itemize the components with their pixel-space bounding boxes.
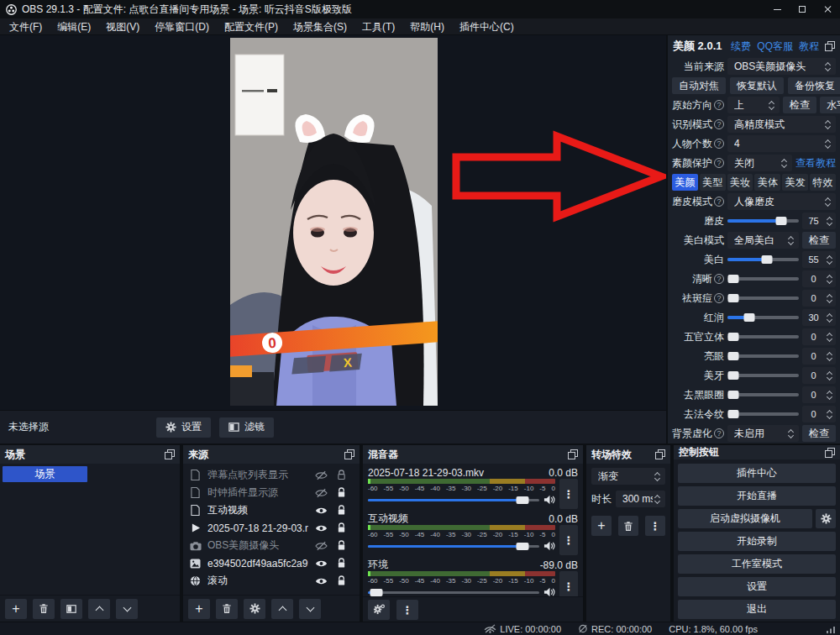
menu-item[interactable]: 编辑(E)	[50, 18, 98, 35]
orientation-check-button[interactable]: 检查	[783, 97, 816, 113]
settings-button[interactable]: 设置	[678, 577, 836, 596]
close-button[interactable]	[815, 0, 840, 18]
duration-stepper[interactable]: 300 ms	[616, 491, 665, 507]
smooth-slider[interactable]	[727, 213, 799, 229]
source-row[interactable]: 2025-07-18 21-29-03.mkv	[183, 519, 360, 537]
bareface-protect-select[interactable]: 关闭	[727, 155, 792, 171]
channel-menu-button[interactable]	[559, 525, 578, 555]
restore-default-button[interactable]: 恢复默认	[730, 77, 784, 94]
teeth-slider[interactable]	[727, 367, 799, 384]
recognition-select[interactable]: 高精度模式	[727, 116, 836, 133]
transition-menu-button[interactable]	[645, 516, 665, 536]
renew-link[interactable]: 续费	[731, 39, 751, 54]
start-virtual-camera-button[interactable]: 启动虚拟摄像机	[678, 509, 812, 528]
speaker-icon[interactable]	[543, 541, 555, 551]
menu-item[interactable]: 帮助(H)	[402, 18, 452, 35]
beauty-tab[interactable]: 美颜	[672, 174, 698, 191]
menu-item[interactable]: 插件中心(C)	[452, 18, 522, 35]
remove-source-button[interactable]	[216, 599, 238, 619]
visibility-toggle[interactable]	[314, 576, 328, 586]
add-scene-button[interactable]	[5, 599, 27, 619]
visibility-toggle[interactable]	[314, 541, 328, 551]
face3d-slider[interactable]	[727, 328, 799, 345]
remove-scene-button[interactable]	[33, 599, 55, 619]
rosy-value[interactable]: 30	[802, 309, 836, 326]
advanced-audio-button[interactable]	[368, 600, 390, 620]
lock-toggle[interactable]	[334, 522, 349, 533]
transition-type-select[interactable]: 渐变	[591, 468, 665, 485]
whiten-mode-select[interactable]: 全局美白	[727, 232, 799, 249]
source-row[interactable]: e394502df49aa5fc2a99cd2e7c	[183, 554, 360, 572]
channel-menu-button[interactable]	[559, 479, 578, 509]
volume-slider[interactable]	[368, 540, 539, 552]
nasolabial-value[interactable]: 0	[802, 406, 836, 422]
maximize-button[interactable]	[790, 0, 815, 18]
source-row[interactable]: 滚动	[183, 572, 360, 590]
scene-filters-button[interactable]	[60, 599, 82, 619]
autofocus-button[interactable]: 自动对焦	[672, 77, 726, 94]
minimize-button[interactable]	[764, 0, 790, 18]
visibility-toggle[interactable]	[314, 506, 328, 516]
volume-slider[interactable]	[368, 586, 539, 597]
help-icon[interactable]	[714, 139, 724, 149]
hflip-button[interactable]: 水平翻转	[820, 97, 840, 113]
menu-item[interactable]: 配置文件(P)	[217, 18, 286, 35]
bg-blur-select[interactable]: 未启用	[727, 425, 799, 442]
nasolabial-slider[interactable]	[727, 406, 799, 422]
help-icon[interactable]	[714, 274, 724, 284]
lock-toggle[interactable]	[334, 505, 349, 516]
lock-toggle[interactable]	[334, 487, 349, 498]
start-streaming-button[interactable]: 开始直播	[678, 486, 836, 506]
source-properties-button[interactable]	[244, 599, 265, 619]
help-icon[interactable]	[714, 428, 724, 438]
source-row[interactable]: OBS美颜摄像头	[183, 537, 360, 554]
dark-circle-value[interactable]: 0	[802, 386, 836, 403]
clarity-slider[interactable]	[727, 270, 799, 287]
rosy-slider[interactable]	[727, 309, 799, 326]
menu-item[interactable]: 场景集合(S)	[286, 18, 354, 35]
menu-item[interactable]: 文件(F)	[2, 18, 50, 35]
source-row[interactable]: 互动视频	[183, 501, 360, 519]
preview-area[interactable]: 0 X	[0, 35, 666, 410]
beauty-tab[interactable]: 美发	[782, 174, 808, 191]
popout-icon[interactable]	[825, 41, 835, 51]
plugin-center-button[interactable]: 插件中心	[678, 464, 836, 483]
dark-circle-slider[interactable]	[727, 386, 799, 403]
source-settings-button[interactable]: 设置	[156, 417, 211, 438]
whiten-slider[interactable]	[727, 251, 799, 268]
popout-icon[interactable]	[568, 449, 578, 459]
lock-toggle[interactable]	[334, 470, 349, 480]
popout-icon[interactable]	[165, 449, 175, 459]
remove-transition-button[interactable]	[618, 516, 638, 536]
orientation-select[interactable]: 上	[727, 97, 780, 113]
beauty-tab[interactable]: 特效	[810, 174, 836, 191]
backup-restore-button[interactable]: 备份恢复	[788, 77, 840, 94]
start-recording-button[interactable]: 开始录制	[678, 532, 836, 551]
source-row[interactable]: 弹幕点歌列表显示	[183, 466, 360, 484]
qq-support-link[interactable]: QQ客服	[757, 39, 793, 54]
brighten-eyes-slider[interactable]	[727, 348, 799, 365]
source-move-down-button[interactable]	[299, 599, 321, 619]
visibility-toggle[interactable]	[314, 523, 328, 533]
lock-toggle[interactable]	[334, 540, 349, 551]
teeth-value[interactable]: 0	[802, 367, 836, 384]
popout-icon[interactable]	[655, 449, 665, 459]
tutorial-link[interactable]: 教程	[799, 39, 819, 54]
source-row[interactable]: 时钟插件显示源	[183, 484, 360, 501]
bg-blur-check-button[interactable]: 检查	[802, 425, 836, 442]
brighten-eyes-value[interactable]: 0	[802, 348, 836, 365]
whiten-check-button[interactable]: 检查	[802, 232, 836, 249]
smooth-mode-select[interactable]: 人像磨皮	[727, 193, 836, 210]
add-transition-button[interactable]	[591, 516, 612, 536]
whiten-value[interactable]: 55	[802, 251, 836, 268]
menu-item[interactable]: 停靠窗口(D)	[147, 18, 217, 35]
help-icon[interactable]	[714, 100, 724, 110]
scene-move-up-button[interactable]	[88, 599, 110, 619]
channel-menu-button[interactable]	[559, 571, 578, 596]
menu-item[interactable]: 视图(V)	[98, 18, 147, 35]
blemish-slider[interactable]	[727, 290, 799, 307]
scene-item[interactable]: 场景	[3, 466, 87, 482]
volume-slider[interactable]	[368, 494, 539, 506]
mixer-menu-button[interactable]	[396, 600, 418, 620]
visibility-toggle[interactable]	[314, 559, 328, 569]
